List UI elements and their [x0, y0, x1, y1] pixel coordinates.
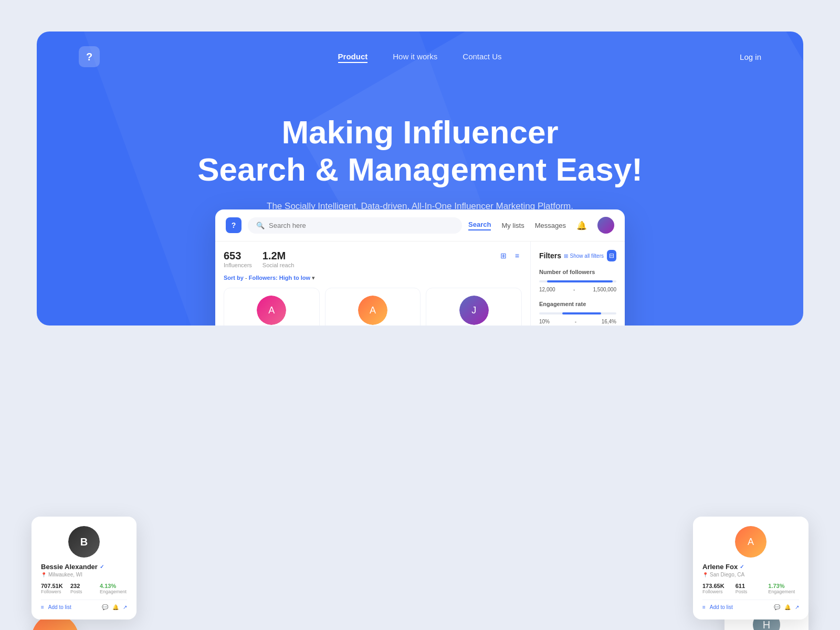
tab-messages[interactable]: Messages — [535, 222, 566, 229]
show-all-filters-link[interactable]: ⊞ Show all filters — [564, 253, 604, 259]
location-pin-icon: 📍 — [41, 572, 47, 578]
arlene-fc-engagement: 1.73% Engagement — [768, 583, 799, 594]
influencers-label: Influencers — [224, 262, 252, 268]
bell-icon[interactable]: 🔔 — [112, 604, 119, 610]
bessie-location: 📍 Milwaukee, WI — [41, 572, 127, 578]
influencer-list: 653 Influencers 1.2M Social reach ⊞ ≡ — [215, 242, 530, 326]
engagement-range-filter: Engagement rate 10% - 16,4% — [539, 301, 616, 324]
aubrey-avatar: A — [257, 296, 286, 325]
dashboard-card: ? 🔍 Search My lists Messages 🔔 — [215, 209, 625, 326]
list-view-button[interactable]: ≡ — [512, 250, 522, 261]
bessie-name: Bessie Alexander ✓ — [41, 563, 127, 571]
bessie-actions: ≡ Add to list 💬 🔔 ↗ — [41, 600, 127, 610]
arlene-fc-actions: ≡ Add to list 💬 🔔 ↗ — [702, 600, 799, 610]
julie-avatar: J — [459, 296, 489, 325]
arlene-fc-followers: 173.65K Followers — [702, 583, 733, 594]
grid-view-button[interactable]: ⊞ — [498, 250, 509, 261]
stat-social-reach: 1.2M Social reach — [262, 250, 295, 268]
bessie-posts: 232 Posts — [70, 583, 98, 594]
dashboard-topbar: ? 🔍 Search My lists Messages 🔔 — [215, 209, 625, 242]
nav-link-product[interactable]: Product — [338, 52, 368, 63]
follower-range-filter: Number of followers 12,000 - 1,500,000 — [539, 269, 616, 292]
logo[interactable]: ? — [79, 46, 100, 67]
verified-icon: ✓ — [740, 564, 744, 570]
location-pin-icon: 📍 — [702, 572, 708, 578]
dashboard-logo: ? — [226, 217, 242, 233]
arlene-fc-location: 📍 San Diego, CA — [702, 572, 799, 578]
social-reach-count: 1.2M — [262, 250, 295, 262]
arlene-fc-name: Arlene Fox ✓ — [702, 563, 799, 571]
tab-my-lists[interactable]: My lists — [501, 222, 524, 229]
search-input[interactable] — [269, 222, 454, 229]
influencer-card-aubrey: A Aubrey Simmmons ✓ 📍 Phoenix, AZ — [224, 288, 320, 326]
hero-section: ? Product How it works Contact Us Log in… — [37, 32, 803, 326]
engagement-range-label: Engagement rate — [539, 301, 616, 307]
arlene-fc-add-to-list[interactable]: Add to list — [710, 604, 733, 610]
influencer-card-arlene: A Arlene Fox ✓ 📍 San Diego, CA — [325, 288, 421, 326]
nav-link-how-it-works[interactable]: How it works — [393, 52, 437, 61]
filter-view-toggle[interactable]: ⊟ — [607, 250, 616, 261]
filter-title: Filters — [539, 251, 561, 260]
bessie-add-to-list[interactable]: Add to list — [48, 604, 71, 610]
arlene-fc-posts: 611 Posts — [736, 583, 766, 594]
dashboard-stats: 653 Influencers 1.2M Social reach ⊞ ≡ — [224, 250, 522, 268]
message-icon[interactable]: 💬 — [774, 604, 780, 610]
engagement-range-fill — [562, 312, 601, 314]
bessie-avatar: B — [68, 526, 100, 558]
floating-card-bessie: B Bessie Alexander ✓ 📍 Milwaukee, WI 707… — [32, 517, 136, 620]
tab-search[interactable]: Search — [468, 220, 491, 230]
bell-icon[interactable]: 🔔 — [784, 604, 791, 610]
verified-icon: ✓ — [100, 564, 104, 570]
follower-range-label: Number of followers — [539, 269, 616, 275]
bessie-stats: 707.51K Followers 232 Posts 4.13% Engage… — [41, 583, 127, 594]
filters-panel: Filters ⊞ Show all filters ⊟ N — [530, 242, 625, 326]
search-bar[interactable]: 🔍 — [248, 217, 462, 234]
influencers-count: 653 — [224, 250, 252, 262]
stat-influencers: 653 Influencers — [224, 250, 252, 268]
range-separator: - — [575, 319, 576, 324]
hero-title: Making Influencer Search & Management Ea… — [79, 113, 761, 188]
range-separator: - — [573, 287, 575, 292]
dashboard-content: 653 Influencers 1.2M Social reach ⊞ ≡ — [215, 242, 625, 326]
bessie-engagement: 4.13% Engagement — [100, 583, 127, 594]
share-icon[interactable]: ↗ — [795, 604, 799, 610]
engagement-range-values: 10% - 16,4% — [539, 319, 616, 324]
engagement-range-bar[interactable] — [539, 312, 616, 314]
message-icon[interactable]: 💬 — [102, 604, 108, 610]
nav-link-contact[interactable]: Contact Us — [463, 52, 501, 61]
follower-range-bar[interactable] — [539, 280, 616, 282]
list-icon: ≡ — [702, 604, 706, 610]
user-avatar[interactable] — [597, 217, 614, 234]
arlene-fc-stats: 173.65K Followers 611 Posts 1.73% Engage… — [702, 583, 799, 594]
share-icon[interactable]: ↗ — [123, 604, 127, 610]
influencer-grid: A Aubrey Simmmons ✓ 📍 Phoenix, AZ — [224, 288, 522, 326]
social-reach-label: Social reach — [262, 262, 295, 268]
nav-links: Product How it works Contact Us — [338, 52, 502, 61]
dashboard-nav-right: Search My lists Messages 🔔 — [468, 217, 614, 234]
arlene-fc-avatar: A — [735, 526, 766, 558]
login-link[interactable]: Log in — [740, 52, 761, 61]
bessie-followers: 707.51K Followers — [41, 583, 68, 594]
sort-bar[interactable]: Sort by - Followers: High to low ▾ — [224, 275, 522, 281]
range-fill — [547, 280, 613, 282]
floating-card-arlene: A Arlene Fox ✓ 📍 San Diego, CA 173.65K F… — [693, 517, 808, 620]
list-icon: ≡ — [41, 604, 44, 610]
influencer-card-julie: J Julie Howard ✓ 📍 Phoenix, AZ — [426, 288, 522, 326]
arlene-avatar: A — [358, 296, 387, 325]
filter-header: Filters ⊞ Show all filters ⊟ — [539, 250, 616, 261]
navigation: ? Product How it works Contact Us Log in — [79, 32, 761, 82]
follower-range-values: 12,000 - 1,500,000 — [539, 287, 616, 292]
search-icon: 🔍 — [256, 222, 265, 229]
notification-icon[interactable]: 🔔 — [576, 220, 587, 230]
dashboard-preview: ? 🔍 Search My lists Messages 🔔 — [215, 209, 625, 326]
